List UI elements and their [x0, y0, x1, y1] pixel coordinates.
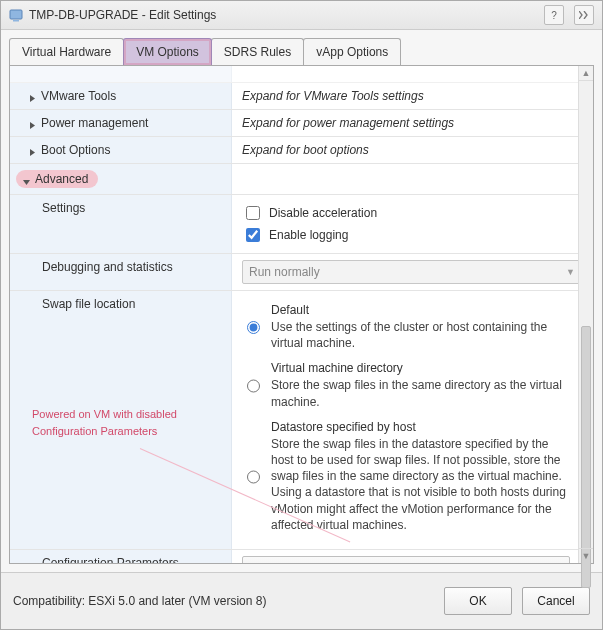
disable-acceleration-checkbox[interactable]: Disable acceleration — [242, 203, 568, 223]
dropdown-value: Run normally — [249, 265, 320, 279]
chevron-down-icon — [22, 176, 31, 185]
scroll-down-arrow[interactable]: ▼ — [579, 548, 593, 563]
tab-vm-options[interactable]: VM Options — [123, 38, 212, 65]
radio-desc: Use the settings of the cluster or host … — [271, 319, 568, 351]
radio-desc: Store the swap files in the datastore sp… — [271, 436, 568, 533]
vm-icon — [9, 8, 23, 22]
titlebar: TMP-DB-UPGRADE - Edit Settings ? — [1, 1, 602, 30]
scroll-up-arrow[interactable]: ▲ — [579, 66, 593, 81]
row-settings-label: Settings — [10, 195, 232, 253]
cancel-button[interactable]: Cancel — [522, 587, 590, 615]
edit-configuration-button[interactable]: Edit Configuration... — [242, 556, 570, 563]
chevron-right-icon — [28, 119, 37, 128]
radio-desc: Store the swap files in the same directo… — [271, 377, 568, 409]
section-boot-options[interactable]: Boot Options — [10, 137, 232, 163]
radio-input[interactable] — [247, 304, 260, 351]
checkbox-label: Enable logging — [269, 228, 348, 242]
section-power-management[interactable]: Power management — [10, 110, 232, 136]
radio-title: Default — [271, 303, 568, 317]
help-button[interactable]: ? — [544, 5, 564, 25]
swap-option-datastore[interactable]: Datastore specified by host Store the sw… — [242, 420, 568, 533]
radio-title: Virtual machine directory — [271, 361, 568, 375]
expand-hint: Expand for power management settings — [242, 116, 454, 130]
tab-vapp-options[interactable]: vApp Options — [303, 38, 401, 65]
enable-logging-checkbox[interactable]: Enable logging — [242, 225, 568, 245]
tab-sdrs-rules[interactable]: SDRS Rules — [211, 38, 304, 65]
section-label: Power management — [41, 116, 148, 130]
tab-virtual-hardware[interactable]: Virtual Hardware — [9, 38, 124, 65]
row-config-params-label: Configuration Parameters — [10, 550, 232, 563]
vertical-scrollbar[interactable]: ▲ ▼ — [578, 66, 593, 563]
truncated-row-right — [232, 66, 578, 82]
swap-location-radio-group: Default Use the settings of the cluster … — [242, 303, 568, 533]
settings-panel: · VMware Tools Expand for VMware Tools s… — [9, 65, 594, 564]
compatibility-text: Compatibility: ESXi 5.0 and later (VM ve… — [13, 594, 434, 608]
svg-rect-1 — [13, 20, 19, 22]
radio-input[interactable] — [247, 362, 260, 409]
swap-option-vm-directory[interactable]: Virtual machine directory Store the swap… — [242, 361, 568, 409]
checkbox-input[interactable] — [246, 228, 260, 242]
debugging-dropdown[interactable]: Run normally ▼ — [242, 260, 578, 284]
chevron-right-icon — [28, 146, 37, 155]
edit-settings-dialog: TMP-DB-UPGRADE - Edit Settings ? Virtual… — [0, 0, 603, 630]
section-advanced[interactable]: Advanced — [10, 164, 232, 194]
svg-rect-0 — [10, 10, 22, 19]
section-label: Boot Options — [41, 143, 110, 157]
section-label: VMware Tools — [41, 89, 116, 103]
section-vmware-tools[interactable]: VMware Tools — [10, 83, 232, 109]
dialog-footer: Compatibility: ESXi 5.0 and later (VM ve… — [1, 572, 602, 629]
expand-button[interactable] — [574, 5, 594, 25]
ok-button[interactable]: OK — [444, 587, 512, 615]
expand-hint: Expand for VMware Tools settings — [242, 89, 424, 103]
tab-bar: Virtual Hardware VM Options SDRS Rules v… — [9, 38, 594, 65]
chevron-right-icon — [28, 92, 37, 101]
expand-hint: Expand for boot options — [242, 143, 369, 157]
section-label: Advanced — [35, 172, 88, 186]
radio-input[interactable] — [247, 421, 260, 533]
swap-option-default[interactable]: Default Use the settings of the cluster … — [242, 303, 568, 351]
checkbox-label: Disable acceleration — [269, 206, 377, 220]
row-debugging-label: Debugging and statistics — [10, 254, 232, 290]
row-swap-label: Swap file location — [10, 291, 232, 549]
truncated-row-left: · — [10, 66, 232, 82]
chevron-down-icon: ▼ — [566, 267, 575, 277]
radio-title: Datastore specified by host — [271, 420, 568, 434]
dialog-title: TMP-DB-UPGRADE - Edit Settings — [29, 8, 534, 22]
checkbox-input[interactable] — [246, 206, 260, 220]
